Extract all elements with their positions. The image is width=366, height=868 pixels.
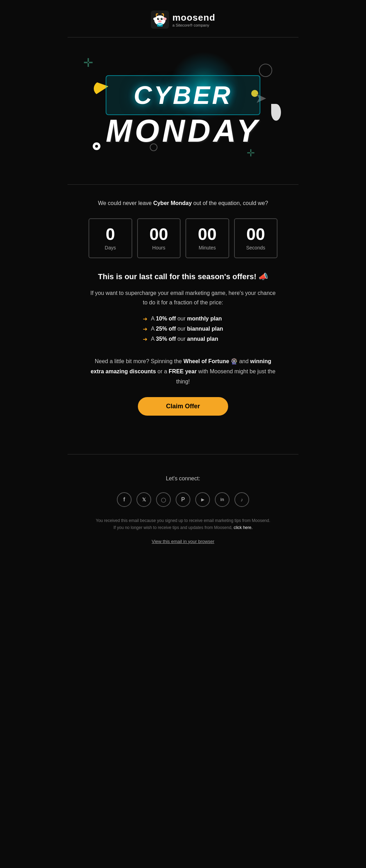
svg-point-2	[153, 17, 157, 20]
offer-plan-1: monthly plan	[187, 316, 222, 322]
offer-plan-3: annual plan	[187, 336, 218, 342]
cyber-text: CYBER	[134, 81, 232, 109]
arrow-icon-3: ➜	[143, 336, 147, 343]
email-wrapper: moosend a Sitecore® company ✛ ✛ ➤ CYBER	[68, 0, 298, 558]
blob-right	[271, 104, 281, 121]
instagram-link[interactable]: ◯	[156, 492, 171, 507]
fortune-paragraph: Need a little bit more? Spinning the Whe…	[89, 357, 277, 387]
hours-label: Hours	[141, 245, 177, 250]
offer-highlight-2: 25% off	[156, 326, 176, 332]
monday-text-wrapper: MONDAY	[106, 115, 260, 147]
svg-point-10	[160, 21, 161, 22]
social-icons-row: f 𝕏 ◯ P ▶ in ♪	[89, 492, 277, 507]
content-section: We could never leave Cyber Monday out of…	[68, 185, 298, 454]
logo-name: moosend	[173, 12, 216, 23]
minutes-value: 00	[190, 226, 225, 243]
fortune-free-bold: FREE year	[169, 368, 197, 374]
intro-text-after: out of the equation, could we?	[193, 200, 268, 206]
seconds-value: 00	[238, 226, 274, 243]
hours-value: 00	[141, 226, 177, 243]
deco-cross-topleft: ✛	[83, 57, 93, 69]
offer-list: ➜ A 10% off our monthly plan ➜ A 25% off…	[143, 316, 223, 346]
white-eye-bottomleft	[93, 142, 100, 150]
offer-highlight-3: 35% off	[156, 336, 176, 342]
instagram-icon: ◯	[161, 497, 166, 502]
offer-item-2: ➜ A 25% off our biannual plan	[143, 326, 223, 332]
countdown-seconds: 00 Seconds	[234, 218, 278, 258]
linkedin-link[interactable]: in	[215, 492, 230, 507]
minutes-label: Minutes	[190, 245, 225, 250]
pinterest-link[interactable]: P	[176, 492, 190, 507]
circle-outline-topright	[259, 64, 272, 77]
email-header: moosend a Sitecore® company	[68, 0, 298, 37]
days-value: 0	[93, 226, 128, 243]
offer-item-3: ➜ A 35% off our annual plan	[143, 336, 223, 343]
svg-point-4	[157, 18, 159, 20]
hero-banner: ✛ ✛ ➤ CYBER MONDAY	[68, 37, 298, 184]
lets-connect-label: Let's connect:	[89, 475, 277, 482]
offer-text-3: A 35% off our annual plan	[151, 336, 218, 342]
footer-section: Let's connect: f 𝕏 ◯ P ▶ in ♪	[68, 465, 298, 558]
linkedin-icon: in	[220, 497, 224, 502]
days-label: Days	[93, 245, 128, 250]
svg-point-7	[162, 18, 162, 19]
footer-divider	[68, 454, 298, 454]
offer-item-1: ➜ A 10% off our monthly plan	[143, 316, 223, 322]
twitter-x-icon: 𝕏	[142, 497, 146, 502]
logo: moosend a Sitecore® company	[151, 10, 216, 29]
logo-text-group: moosend a Sitecore® company	[173, 12, 216, 27]
claim-offer-button[interactable]: Claim Offer	[138, 397, 228, 416]
tiktok-icon: ♪	[241, 497, 243, 502]
youtube-link[interactable]: ▶	[195, 492, 210, 507]
hero-text: CYBER MONDAY	[106, 75, 260, 147]
offer-description: If you want to supercharge your email ma…	[89, 288, 277, 307]
offer-text-1: A 10% off our monthly plan	[151, 316, 222, 322]
countdown-minutes: 00 Minutes	[185, 218, 229, 258]
pinterest-icon: P	[181, 496, 185, 503]
arrow-icon-1: ➜	[143, 316, 147, 322]
svg-point-9	[159, 21, 160, 22]
deco-cross-bottomright: ✛	[247, 148, 255, 158]
countdown-container: 0 Days 00 Hours 00 Minutes 00 Seconds	[89, 218, 277, 258]
twitter-x-link[interactable]: 𝕏	[136, 492, 151, 507]
offer-text-2: A 25% off our biannual plan	[151, 326, 223, 332]
youtube-icon: ▶	[201, 497, 204, 502]
monday-text: MONDAY	[106, 113, 260, 148]
last-call-title: This is our last call for this season's …	[89, 272, 277, 281]
moosend-logo-icon	[151, 10, 169, 29]
countdown-days: 0 Days	[89, 218, 132, 258]
countdown-hours: 00 Hours	[137, 218, 181, 258]
intro-paragraph: We could never leave Cyber Monday out of…	[89, 199, 277, 208]
svg-point-6	[158, 18, 159, 19]
svg-point-3	[163, 17, 167, 20]
intro-text-before: We could never leave	[98, 200, 153, 206]
fortune-bold: Wheel of Fortune	[183, 358, 229, 364]
cta-section: Claim Offer	[89, 397, 277, 430]
facebook-link[interactable]: f	[117, 492, 132, 507]
intro-bold: Cyber Monday	[153, 200, 192, 206]
offer-plan-2: biannual plan	[187, 326, 223, 332]
tiktok-link[interactable]: ♪	[234, 492, 249, 507]
facebook-icon: f	[123, 496, 125, 503]
cyber-box: CYBER	[106, 75, 260, 115]
legal-text: You received this email because you sign…	[89, 517, 277, 531]
arrow-icon-2: ➜	[143, 326, 147, 332]
svg-point-5	[161, 18, 163, 20]
view-browser-link[interactable]: View this email in your browser	[152, 539, 214, 544]
logo-tagline: a Sitecore® company	[173, 23, 216, 27]
svg-point-8	[158, 20, 162, 23]
unsubscribe-link[interactable]: click here.	[234, 525, 253, 530]
seconds-label: Seconds	[238, 245, 274, 250]
offer-highlight-1: 10% off	[156, 316, 176, 322]
view-browser-section: View this email in your browser	[89, 538, 277, 544]
